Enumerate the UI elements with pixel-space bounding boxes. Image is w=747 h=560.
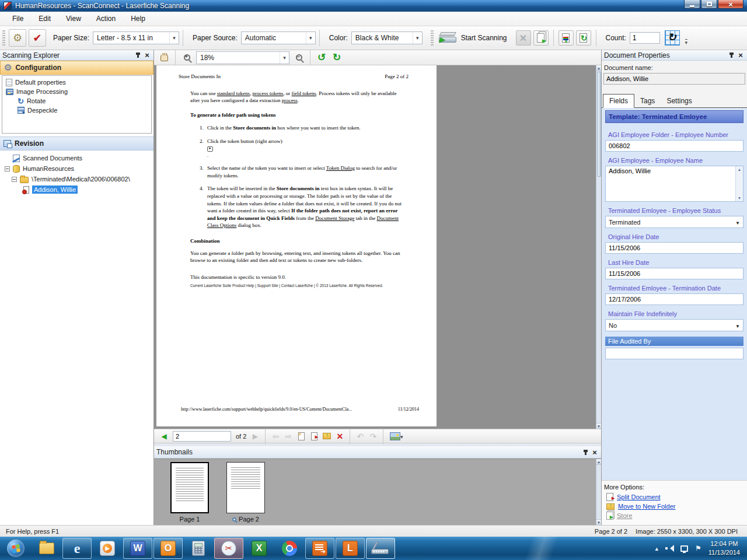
start-scanning-button[interactable]: Start Scanning [436, 28, 515, 48]
page-number-input[interactable] [173, 431, 231, 442]
configuration-section-header[interactable]: Configuration [0, 61, 153, 75]
tree-item-scanned-documents[interactable]: Scanned Documents [0, 153, 153, 163]
split-page-button[interactable] [308, 430, 320, 442]
tab-fields[interactable]: Fields [603, 94, 634, 108]
volume-icon[interactable] [665, 545, 673, 552]
document-name-input[interactable] [603, 73, 745, 85]
scroll-up-icon[interactable]: ▲ [596, 65, 601, 71]
rotate-pages-button[interactable] [665, 30, 680, 46]
tree-item-folder-path[interactable]: \Terminated\Medical\2006\006802\ [0, 174, 153, 184]
collapse-expander-icon[interactable] [5, 166, 10, 172]
tab-settings[interactable]: Settings [661, 94, 697, 107]
chevron-down-icon[interactable] [306, 32, 315, 44]
tray-expand-icon[interactable] [655, 544, 658, 552]
scroll-down-icon[interactable]: ▼ [596, 423, 601, 429]
scroll-down-icon[interactable]: ▼ [738, 196, 742, 200]
zoom-in-button[interactable]: + [180, 51, 194, 64]
minimize-button[interactable] [684, 0, 700, 9]
close-panel-icon[interactable] [736, 51, 745, 60]
thumbnail-page-1[interactable]: Page 1 [170, 462, 209, 523]
taskbar-explorer-button[interactable] [32, 538, 61, 559]
insert-pages-button[interactable] [558, 30, 574, 46]
pin-icon[interactable] [727, 51, 735, 60]
tree-item-humanresources[interactable]: HumanResources [0, 163, 153, 174]
zoom-out-button[interactable]: − [292, 51, 306, 64]
employee-status-select[interactable]: Terminated [605, 216, 743, 228]
collapse-expander-icon[interactable] [12, 177, 17, 182]
start-button[interactable] [0, 537, 32, 560]
menu-file[interactable]: File [5, 12, 31, 25]
menu-view[interactable]: View [58, 12, 89, 25]
scroll-up-icon[interactable]: ▲ [738, 167, 742, 172]
taskbar-snipping-tool-button[interactable] [214, 538, 243, 559]
close-panel-icon[interactable] [591, 448, 599, 456]
document-page[interactable]: Store Documents In Page 2 of 2 You can u… [156, 65, 437, 426]
tree-item-image-processing[interactable]: Image Processing [2, 87, 151, 96]
original-hire-date-input[interactable] [605, 242, 743, 254]
last-hire-date-input[interactable] [605, 268, 743, 279]
chevron-down-icon[interactable] [735, 218, 743, 226]
chevron-down-icon[interactable] [280, 52, 289, 64]
page-2-thumbnail-image[interactable] [226, 462, 265, 513]
textarea-scrollbar[interactable]: ▲▼ [735, 166, 743, 201]
move-to-new-folder-link[interactable]: Move to New Folder [618, 503, 675, 510]
paper-source-combobox[interactable]: Automatic [241, 32, 316, 44]
close-button[interactable] [718, 0, 743, 9]
count-input[interactable] [630, 32, 660, 44]
taskbar-chrome-button[interactable] [275, 538, 304, 559]
scroll-down-icon[interactable]: ▼ [596, 519, 601, 525]
split-document-link[interactable]: Split Document [617, 494, 661, 501]
chevron-down-icon[interactable] [413, 32, 422, 44]
color-combobox[interactable]: Black & White [351, 32, 423, 44]
file-audited-by-input[interactable] [605, 348, 743, 359]
menu-help[interactable]: Help [123, 12, 153, 25]
tree-item-default-properties[interactable]: Default properties [2, 78, 151, 87]
paper-size-combobox[interactable]: Letter - 8.5 x 11 in [93, 32, 179, 44]
menu-action[interactable]: Action [89, 12, 123, 25]
close-panel-icon[interactable] [143, 51, 151, 60]
scan-settings-button[interactable] [9, 29, 26, 47]
taskbar-outlook-button[interactable]: O [153, 538, 183, 559]
move-to-new-folder-row[interactable]: Move to New Folder [606, 503, 745, 510]
tree-item-addison-willie[interactable]: Addison, Willie [0, 184, 153, 195]
taskbar-word-button[interactable]: W [123, 538, 152, 559]
thumbnails-scrollbar[interactable]: ▲ ▼ [596, 459, 601, 525]
chevron-down-icon[interactable] [735, 321, 743, 330]
taskbar-calculator-button[interactable] [184, 538, 213, 559]
new-page-button[interactable] [295, 430, 307, 442]
page-1-thumbnail-image[interactable] [170, 462, 209, 513]
toolbar-grip[interactable] [431, 30, 434, 46]
view-mode-button[interactable] [388, 430, 405, 442]
move-to-folder-button[interactable] [321, 430, 333, 442]
thumbnail-page-2[interactable]: Page 2 [226, 462, 265, 523]
network-icon[interactable] [680, 545, 688, 552]
maintain-file-select[interactable]: No [605, 319, 743, 331]
rotate-left-button[interactable] [315, 51, 329, 64]
pin-icon[interactable] [134, 51, 142, 60]
previous-page-button[interactable] [158, 430, 170, 442]
pin-icon[interactable] [581, 448, 589, 456]
termination-date-input[interactable] [605, 293, 743, 305]
menu-edit[interactable]: Edit [31, 12, 58, 25]
action-center-flag-icon[interactable] [695, 544, 701, 552]
rescan-page-button[interactable] [576, 30, 591, 46]
taskbar-media-player-button[interactable]: ▶ [93, 538, 122, 559]
taskbar-excel-button[interactable]: X [245, 538, 274, 559]
scrollbar-thumb[interactable] [597, 72, 601, 177]
chevron-down-icon[interactable] [169, 32, 179, 44]
maximize-button[interactable] [701, 0, 717, 9]
toolbar-overflow-button[interactable] [682, 30, 690, 46]
verify-button[interactable] [29, 29, 46, 47]
toolbar-grip[interactable] [2, 30, 5, 46]
employee-name-textarea[interactable]: Addison, Willie [606, 166, 743, 201]
taskbar-internet-explorer-button[interactable]: e [62, 538, 92, 559]
employee-number-input[interactable] [605, 140, 743, 152]
split-document-row[interactable]: Split Document [606, 493, 745, 501]
taskbar-laserfiche-button[interactable]: L [336, 538, 365, 559]
tree-item-despeckle[interactable]: Despeckle [2, 106, 151, 115]
tab-tags[interactable]: Tags [634, 94, 661, 107]
taskbar-laserfiche-export-button[interactable] [305, 538, 334, 559]
vertical-scrollbar[interactable]: ▲ ▼ [596, 65, 601, 429]
tree-item-rotate[interactable]: Rotate [2, 96, 151, 106]
pan-tool-button[interactable] [157, 51, 171, 64]
